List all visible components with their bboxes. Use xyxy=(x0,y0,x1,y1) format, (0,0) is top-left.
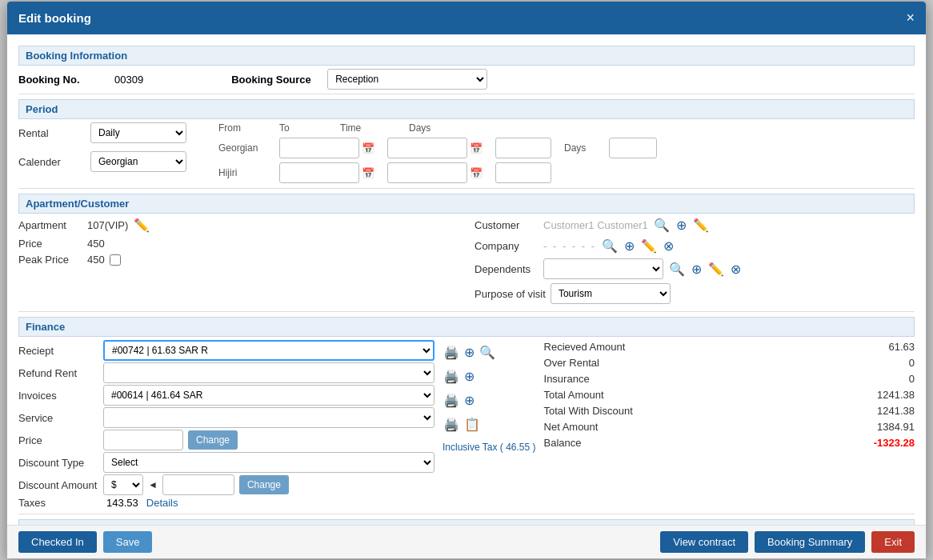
booking-source-select[interactable]: Reception Online Phone Walk-in xyxy=(327,69,487,90)
details-link[interactable]: Details xyxy=(146,497,178,509)
company-value: - - - - - - xyxy=(543,240,596,252)
reciept-icons-row: 🖨️ ⊕ 🔍 xyxy=(442,342,536,362)
service-file-icon[interactable]: 📋 xyxy=(463,416,481,433)
customer-label: Customer xyxy=(475,219,539,231)
days-label-2: Days xyxy=(564,142,596,154)
finance-icons-column: 🖨️ ⊕ 🔍 🖨️ ⊕ 🖨️ ⊕ 🖨️ 📋 xyxy=(442,340,536,510)
invoices-row: Invoices #00614 | 461.64 SAR xyxy=(18,385,434,406)
apartment-row: Apartment 107(VIP) ✏️ xyxy=(18,217,458,234)
invoices-select[interactable]: #00614 | 461.64 SAR xyxy=(103,385,434,406)
reciept-select[interactable]: #00742 | 61.63 SAR R xyxy=(103,340,434,361)
inclusive-tax-wrap: Inclusive Tax ( 46.55 ) xyxy=(442,441,536,453)
apt-left: Apartment 107(VIP) ✏️ Price 450 Peak Pri… xyxy=(18,217,458,308)
checked-in-button[interactable]: Checked In xyxy=(18,531,97,553)
finance-change-button[interactable]: Change xyxy=(188,430,238,450)
apt-customer-section: Apartment/Customer xyxy=(18,194,915,214)
taxes-label: Taxes xyxy=(18,497,98,509)
company-delete-icon[interactable]: ⊗ xyxy=(663,238,675,254)
from-georgian-cal-icon[interactable]: 📅 xyxy=(362,142,374,154)
refund-rent-row: Refund Rent xyxy=(18,362,434,383)
booking-source-label: Booking Source xyxy=(231,74,319,86)
company-search-icon[interactable]: 🔍 xyxy=(601,238,619,254)
finance-price-input[interactable]: 450 xyxy=(103,430,183,450)
reciept-print-icon[interactable]: 🖨️ xyxy=(442,344,460,361)
finance-summary: Recieved Amount 61.63 Over Rental 0 Insu… xyxy=(544,340,915,510)
to-hijiri-input[interactable]: 19/11/1441 xyxy=(387,162,467,183)
dependents-add-icon[interactable]: ⊕ xyxy=(691,261,703,278)
close-button[interactable]: × xyxy=(906,10,915,26)
to-georgian-cal-icon[interactable]: 📅 xyxy=(470,142,483,154)
save-button[interactable]: Save xyxy=(103,531,153,553)
exit-button[interactable]: Exit xyxy=(871,531,915,553)
reciept-add-icon[interactable]: ⊕ xyxy=(463,344,475,361)
discount-arrow-icon[interactable]: ◄ xyxy=(148,479,158,490)
net-amount-value: 1384.91 xyxy=(877,421,915,433)
from-hijiri-wrap: 16/11/1441 📅 xyxy=(279,162,374,183)
total-with-discount-row: Total With Discount 1241.38 xyxy=(544,404,915,418)
total-amount-row: Total Amount 1241.38 xyxy=(544,388,915,402)
price-label: Price xyxy=(18,238,82,250)
footer-right: View contract Booking Summary Exit xyxy=(660,531,915,553)
discount-type-row: Discount Type SelectPercentageFixed xyxy=(18,452,434,473)
to-georgian-input[interactable]: 10/07/2020 xyxy=(387,138,467,158)
price-row: Price 450 xyxy=(18,238,458,250)
customer-add-icon[interactable]: ⊕ xyxy=(675,217,687,234)
company-edit-icon[interactable]: ✏️ xyxy=(640,238,658,254)
service-print-icon[interactable]: 🖨️ xyxy=(442,416,460,433)
invoices-icons-row: 🖨️ ⊕ xyxy=(442,390,536,410)
from-georgian-input[interactable]: 07/07/2020 xyxy=(279,138,359,158)
dependents-select[interactable] xyxy=(543,258,663,279)
total-amount-value: 1241.38 xyxy=(877,389,915,401)
finance-price-label: Price xyxy=(18,434,98,446)
dependents-delete-icon[interactable]: ⊗ xyxy=(730,261,742,278)
service-row: Service xyxy=(18,407,434,428)
company-row: Company - - - - - - 🔍 ⊕ ✏️ ⊗ xyxy=(475,238,915,254)
company-add-icon[interactable]: ⊕ xyxy=(623,238,635,254)
refund-add-icon[interactable]: ⊕ xyxy=(463,368,475,385)
service-select[interactable] xyxy=(103,407,434,428)
customer-edit-icon[interactable]: ✏️ xyxy=(692,217,710,234)
received-amount-label: Recieved Amount xyxy=(544,341,626,353)
edit-booking-modal: Edit booking × Booking Information Booki… xyxy=(6,1,927,559)
view-contract-button[interactable]: View contract xyxy=(660,531,748,553)
discount-change-button[interactable]: Change xyxy=(239,475,289,494)
dependents-edit-icon[interactable]: ✏️ xyxy=(707,261,725,278)
from-hijiri-input[interactable]: 16/11/1441 xyxy=(279,162,359,183)
peak-price-checkbox[interactable] xyxy=(110,254,121,266)
reciept-search-icon[interactable]: 🔍 xyxy=(479,344,496,361)
customer-value: Customer1 Customer1 xyxy=(543,219,648,231)
service-label: Service xyxy=(18,412,98,424)
booking-summary-button[interactable]: Booking Summary xyxy=(755,531,865,553)
peak-price-label: Peak Price xyxy=(18,254,82,266)
refund-print-icon[interactable]: 🖨️ xyxy=(442,368,460,385)
dependents-search-icon[interactable]: 🔍 xyxy=(668,261,686,278)
to-georgian-wrap: 10/07/2020 📅 xyxy=(387,138,483,158)
refund-rent-select[interactable] xyxy=(103,362,434,383)
balance-label: Balance xyxy=(544,437,582,449)
discount-type-select[interactable]: SelectPercentageFixed xyxy=(103,452,434,473)
from-hijiri-cal-icon[interactable]: 📅 xyxy=(362,167,374,179)
purpose-select[interactable]: TourismBusinessMedicalOther xyxy=(551,283,671,304)
to-hijiri-cal-icon[interactable]: 📅 xyxy=(470,167,483,179)
invoices-print-icon[interactable]: 🖨️ xyxy=(442,392,460,409)
rental-select[interactable]: DailyMonthlyYearly xyxy=(90,122,186,143)
hijiri-row-label: Hijiri xyxy=(218,167,266,178)
time-to-input[interactable]: 00:00 xyxy=(495,162,551,183)
days-input[interactable]: 3 xyxy=(609,138,657,158)
apartment-edit-icon[interactable]: ✏️ xyxy=(133,217,150,234)
over-rental-row: Over Rental 0 xyxy=(544,356,915,370)
balance-value: -1323.28 xyxy=(874,437,915,449)
calendar-select[interactable]: GeorgianHijiri xyxy=(90,151,186,172)
discount-amount-input[interactable] xyxy=(162,474,234,495)
customer-search-icon[interactable]: 🔍 xyxy=(653,217,671,234)
booking-info-section: Booking Information xyxy=(18,46,915,66)
finance-price-row: Price 450 Change xyxy=(18,430,434,450)
reciept-row: Reciept #00742 | 61.63 SAR R xyxy=(18,340,434,361)
time-from-input[interactable]: 00:00 xyxy=(495,138,551,158)
apt-customer-grid: Apartment 107(VIP) ✏️ Price 450 Peak Pri… xyxy=(18,217,915,308)
refund-rent-label: Refund Rent xyxy=(18,367,98,379)
period-days-label: Days xyxy=(409,122,441,134)
invoices-add-icon[interactable]: ⊕ xyxy=(463,392,475,409)
apartment-value: 107(VIP) xyxy=(87,219,128,231)
discount-currency-select[interactable]: $ xyxy=(103,474,143,495)
